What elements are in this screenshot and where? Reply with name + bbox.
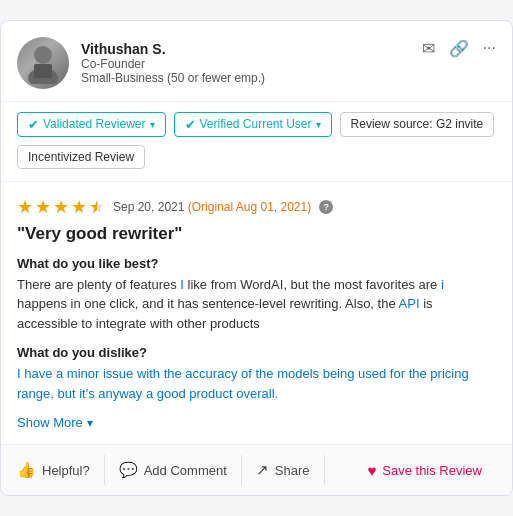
review-header: Vithushan S. Co-Founder Small-Business (… [1,21,512,102]
star-1: ★ [17,196,33,218]
star-2: ★ [35,196,51,218]
user-title: Co-Founder [81,57,265,71]
badge-label: Validated Reviewer [43,117,146,131]
answer-2: I have a minor issue with the accuracy o… [17,364,496,403]
chevron-down-icon: ▾ [150,119,155,130]
badge-label: Review source: G2 invite [351,117,484,131]
badge-label: Incentivized Review [28,150,134,164]
star-5-half: ★ ★ [89,196,105,218]
share-label: Share [275,463,310,478]
chevron-down-icon: ▾ [316,119,321,130]
user-info-section: Vithushan S. Co-Founder Small-Business (… [17,37,265,89]
user-details: Vithushan S. Co-Founder Small-Business (… [81,41,265,85]
save-review-button[interactable]: ♥ Save this Review [353,456,496,485]
star-3: ★ [53,196,69,218]
share-button[interactable]: ↗ Share [242,455,325,485]
answer-1: There are plenty of features I like from… [17,275,496,334]
svg-rect-2 [34,64,52,78]
header-actions: ✉ 🔗 ··· [422,37,496,58]
comment-icon: 💬 [119,461,138,479]
email-icon[interactable]: ✉ [422,39,435,58]
more-options-icon[interactable]: ··· [483,39,496,57]
review-source-badge: Review source: G2 invite [340,112,495,137]
heart-icon: ♥ [367,462,376,479]
help-icon[interactable]: ? [319,200,333,214]
avatar [17,37,69,89]
review-footer: 👍 Helpful? 💬 Add Comment ↗ Share ♥ Save … [1,444,512,495]
star-rating: ★ ★ ★ ★ ★ ★ [17,196,105,218]
verified-user-badge[interactable]: ✔ Verified Current User ▾ [174,112,332,137]
review-title: "Very good rewriter" [17,224,496,244]
show-more-button[interactable]: Show More ▾ [17,415,496,430]
share-icon: ↗ [256,461,269,479]
badges-section: ✔ Validated Reviewer ▾ ✔ Verified Curren… [1,102,512,182]
question-1: What do you like best? [17,256,496,271]
rating-row: ★ ★ ★ ★ ★ ★ Sep 20, 2021 (Original Aug 0… [17,196,496,218]
review-card: Vithushan S. Co-Founder Small-Business (… [0,20,513,497]
link-icon[interactable]: 🔗 [449,39,469,58]
incentivized-badge: Incentivized Review [17,145,145,169]
check-icon: ✔ [28,117,39,132]
add-comment-label: Add Comment [144,463,227,478]
show-more-label: Show More [17,415,83,430]
user-name: Vithushan S. [81,41,265,57]
thumbs-up-icon: 👍 [17,461,36,479]
validated-reviewer-badge[interactable]: ✔ Validated Reviewer ▾ [17,112,166,137]
badge-label: Verified Current User [200,117,312,131]
chevron-down-icon: ▾ [87,416,93,430]
review-body: ★ ★ ★ ★ ★ ★ Sep 20, 2021 (Original Aug 0… [1,182,512,445]
helpful-label: Helpful? [42,463,90,478]
question-2: What do you dislike? [17,345,496,360]
review-date: Sep 20, 2021 (Original Aug 01, 2021) [113,200,311,214]
svg-point-0 [34,46,52,64]
add-comment-button[interactable]: 💬 Add Comment [105,455,242,485]
helpful-button[interactable]: 👍 Helpful? [17,455,105,485]
save-label: Save this Review [382,463,482,478]
user-company: Small-Business (50 or fewer emp.) [81,71,265,85]
star-4: ★ [71,196,87,218]
check-icon: ✔ [185,117,196,132]
